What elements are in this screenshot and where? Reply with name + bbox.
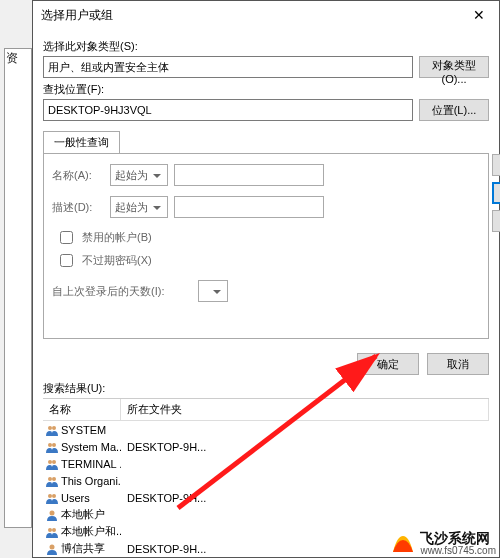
svg-point-6 bbox=[52, 443, 56, 447]
svg-point-11 bbox=[48, 494, 52, 498]
svg-point-5 bbox=[48, 443, 52, 447]
background-window bbox=[4, 48, 32, 528]
svg-point-7 bbox=[48, 460, 52, 464]
non-expiring-password-box[interactable] bbox=[60, 254, 73, 267]
svg-point-16 bbox=[50, 544, 55, 549]
svg-point-3 bbox=[48, 426, 52, 430]
name-input[interactable] bbox=[174, 164, 324, 186]
svg-point-9 bbox=[48, 477, 52, 481]
name-mode-select[interactable]: 起始为 bbox=[110, 164, 168, 186]
query-panel: 名称(A): 起始为 描述(D): 起始为 禁用的帐户(B) 不过期密码(X) … bbox=[43, 153, 489, 339]
table-row[interactable]: TERMINAL ... bbox=[43, 455, 489, 472]
object-types-button[interactable]: 对象类型(O)... bbox=[419, 56, 489, 78]
svg-point-8 bbox=[52, 460, 56, 464]
select-user-or-group-dialog: 选择用户或组 ✕ 选择此对象类型(S): 对象类型(O)... 查找位置(F):… bbox=[32, 0, 500, 558]
tab-common-queries[interactable]: 一般性查询 bbox=[43, 131, 120, 153]
results-header: 名称 所在文件夹 bbox=[43, 398, 489, 421]
ok-button[interactable]: 确定 bbox=[357, 353, 419, 375]
table-row[interactable]: SYSTEM bbox=[43, 421, 489, 438]
find-now-button[interactable]: 立即查找(N) bbox=[492, 182, 500, 204]
disabled-accounts-label: 禁用的帐户(B) bbox=[82, 230, 152, 245]
column-name[interactable]: 名称 bbox=[43, 399, 121, 420]
search-results-label: 搜索结果(U): bbox=[43, 381, 489, 396]
dialog-title: 选择用户或组 bbox=[41, 7, 113, 24]
svg-point-12 bbox=[52, 494, 56, 498]
table-row[interactable]: UsersDESKTOP-9H... bbox=[43, 489, 489, 506]
watermark-url: www.fs0745.com bbox=[420, 545, 496, 556]
name-label: 名称(A): bbox=[52, 168, 104, 183]
locations-button[interactable]: 位置(L)... bbox=[419, 99, 489, 121]
disabled-accounts-checkbox[interactable]: 禁用的帐户(B) bbox=[56, 228, 480, 247]
table-row[interactable]: This Organi... bbox=[43, 472, 489, 489]
table-row[interactable]: System Ma...DESKTOP-9H... bbox=[43, 438, 489, 455]
non-expiring-password-checkbox[interactable]: 不过期密码(X) bbox=[56, 251, 480, 270]
location-label: 查找位置(F): bbox=[43, 82, 489, 97]
days-since-logon-label: 自上次登录后的天数(I): bbox=[52, 284, 192, 299]
svg-point-15 bbox=[52, 528, 56, 532]
svg-point-14 bbox=[48, 528, 52, 532]
close-button[interactable]: ✕ bbox=[459, 1, 499, 29]
watermark-text: 飞沙系统网 bbox=[420, 531, 496, 545]
object-type-label: 选择此对象类型(S): bbox=[43, 39, 489, 54]
object-type-input[interactable] bbox=[43, 56, 413, 78]
svg-point-13 bbox=[50, 510, 55, 515]
svg-point-4 bbox=[52, 426, 56, 430]
table-row[interactable]: 本地帐户 bbox=[43, 506, 489, 523]
svg-point-10 bbox=[52, 477, 56, 481]
cancel-button[interactable]: 取消 bbox=[427, 353, 489, 375]
disabled-accounts-box[interactable] bbox=[60, 231, 73, 244]
stop-button[interactable]: 停止(T) bbox=[492, 210, 500, 232]
columns-button[interactable]: 列(C)... bbox=[492, 154, 500, 176]
description-mode-select[interactable]: 起始为 bbox=[110, 196, 168, 218]
column-folder[interactable]: 所在文件夹 bbox=[121, 399, 489, 420]
non-expiring-password-label: 不过期密码(X) bbox=[82, 253, 152, 268]
watermark: 飞沙系统网 www.fs0745.com bbox=[390, 530, 496, 556]
days-since-logon-select[interactable] bbox=[198, 280, 228, 302]
watermark-logo-icon bbox=[390, 530, 416, 556]
location-input[interactable] bbox=[43, 99, 413, 121]
description-label: 描述(D): bbox=[52, 200, 104, 215]
description-input[interactable] bbox=[174, 196, 324, 218]
titlebar: 选择用户或组 ✕ bbox=[33, 1, 499, 29]
background-window-label: 资 bbox=[6, 50, 18, 67]
